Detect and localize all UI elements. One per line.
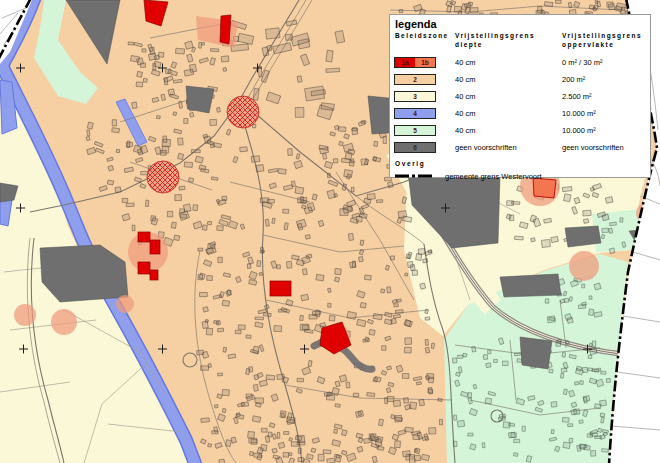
legend-row-zone2: 2 40 cm 200 m²	[390, 71, 650, 88]
legend-row-zone5: 5 40 cm 10.000 m²	[390, 122, 650, 139]
zone2-depth: 40 cm	[455, 75, 562, 84]
legend-title: legenda	[390, 15, 650, 31]
zone5-depth: 40 cm	[455, 126, 562, 135]
zone2-area: 200 m²	[562, 75, 650, 84]
zone5-swatch: 5	[394, 125, 436, 136]
legend-boundary-entry: gemeente grens Westervoort	[390, 169, 650, 181]
zone1-swatch: 1a1b	[394, 57, 436, 68]
col-header-beleidszone: Beleidszone	[390, 32, 455, 50]
zone3-depth: 40 cm	[455, 92, 562, 101]
zone6-depth: geen voorschriften	[455, 143, 562, 152]
zone3-area: 2.500 m²	[562, 92, 650, 101]
zone3-swatch: 3	[394, 91, 436, 102]
zone1-depth: 40 cm	[455, 58, 562, 67]
legend-panel: legenda Beleidszone Vrijstellingsgrensdi…	[389, 14, 651, 178]
zone6-area: geen voorschriften	[562, 143, 650, 152]
boundary-line-symbol	[395, 173, 435, 179]
col-header-vrijstellingsgrens-oppervlakte: Vrijstellingsgrensoppervlakte	[562, 32, 650, 50]
boundary-label: gemeente grens Westervoort	[445, 172, 542, 181]
legend-row-zone3: 3 40 cm 2.500 m²	[390, 88, 650, 105]
zone2-swatch: 2	[394, 74, 436, 85]
col-header-vrijstellingsgrens-diepte: Vrijstellingsgrensdiepte	[455, 32, 562, 50]
legend-row-zone6: 6 geen voorschriften geen voorschriften	[390, 139, 650, 156]
legend-column-headers: Beleidszone Vrijstellingsgrensdiepte Vri…	[390, 31, 650, 50]
legend-row-zone1: 1a1b 40 cm 0 m² / 30 m²	[390, 54, 650, 71]
legend-row-zone4: 4 40 cm 10.000 m²	[390, 105, 650, 122]
legend-overig-label: Overig	[390, 156, 650, 169]
zone1-area: 0 m² / 30 m²	[562, 58, 650, 67]
zone6-swatch: 6	[394, 142, 436, 153]
zone4-swatch: 4	[394, 108, 436, 119]
legend-rows: 1a1b 40 cm 0 m² / 30 m² 2 40 cm 200 m² 3…	[390, 54, 650, 156]
zone5-area: 10.000 m²	[562, 126, 650, 135]
zone4-area: 10.000 m²	[562, 109, 650, 118]
zone4-depth: 40 cm	[455, 109, 562, 118]
